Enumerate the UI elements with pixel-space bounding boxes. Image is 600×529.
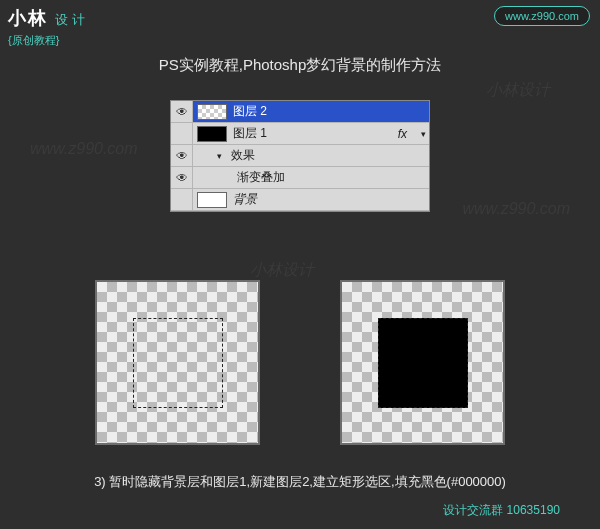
visibility-toggle[interactable] xyxy=(171,189,193,210)
visibility-toggle[interactable] xyxy=(171,123,193,144)
footer-contact: 设计交流群 10635190 xyxy=(443,502,560,519)
layer-name: 背景 xyxy=(233,191,257,208)
chevron-down-icon[interactable]: ▾ xyxy=(421,129,426,139)
layer-row[interactable]: 👁 图层 2 xyxy=(171,101,429,123)
layer-thumbnail xyxy=(197,126,227,142)
page-title: PS实例教程,Photoshp梦幻背景的制作方法 xyxy=(0,56,600,75)
brand-name: 小林 xyxy=(8,8,48,28)
preview-row xyxy=(0,280,600,445)
canvas-preview-right xyxy=(340,280,505,445)
effects-label: 效果 xyxy=(231,147,255,164)
brand-logo: 小林 设计 {原创教程} xyxy=(8,6,118,56)
fx-badge: fx xyxy=(398,127,407,141)
watermark: www.z990.com xyxy=(30,140,138,158)
brand-subtitle: {原创教程} xyxy=(8,33,118,48)
rect-selection xyxy=(133,318,223,408)
layer-name: 图层 2 xyxy=(233,103,267,120)
site-url-badge[interactable]: www.z990.com xyxy=(494,6,590,26)
chevron-down-icon: ▾ xyxy=(217,151,222,161)
layer-effect-item[interactable]: 👁 渐变叠加 xyxy=(171,167,429,189)
watermark: www.z990.com xyxy=(462,200,570,218)
eye-icon: 👁 xyxy=(176,149,188,163)
rect-selection-filled xyxy=(378,318,468,408)
step-caption: 3) 暂时隐藏背景层和图层1,新建图层2,建立矩形选区,填充黑色(#000000… xyxy=(0,473,600,491)
effect-name: 渐变叠加 xyxy=(237,169,285,186)
watermark: 小林设计 xyxy=(250,260,314,281)
layer-row[interactable]: 背景 xyxy=(171,189,429,211)
layers-panel: 👁 图层 2 图层 1 fx ▾ 👁 ▾ 效果 👁 渐变叠加 背景 xyxy=(170,100,430,212)
watermark: 小林设计 xyxy=(486,80,550,101)
layer-effects-row[interactable]: 👁 ▾ 效果 xyxy=(171,145,429,167)
layer-thumbnail xyxy=(197,104,227,120)
visibility-toggle[interactable]: 👁 xyxy=(171,101,193,122)
layer-thumbnail xyxy=(197,192,227,208)
eye-icon: 👁 xyxy=(176,171,188,185)
visibility-toggle[interactable]: 👁 xyxy=(171,167,193,188)
visibility-toggle[interactable]: 👁 xyxy=(171,145,193,166)
layer-row[interactable]: 图层 1 fx ▾ xyxy=(171,123,429,145)
layer-name: 图层 1 xyxy=(233,125,267,142)
eye-icon: 👁 xyxy=(176,105,188,119)
brand-suffix: 设计 xyxy=(55,12,89,27)
canvas-preview-left xyxy=(95,280,260,445)
